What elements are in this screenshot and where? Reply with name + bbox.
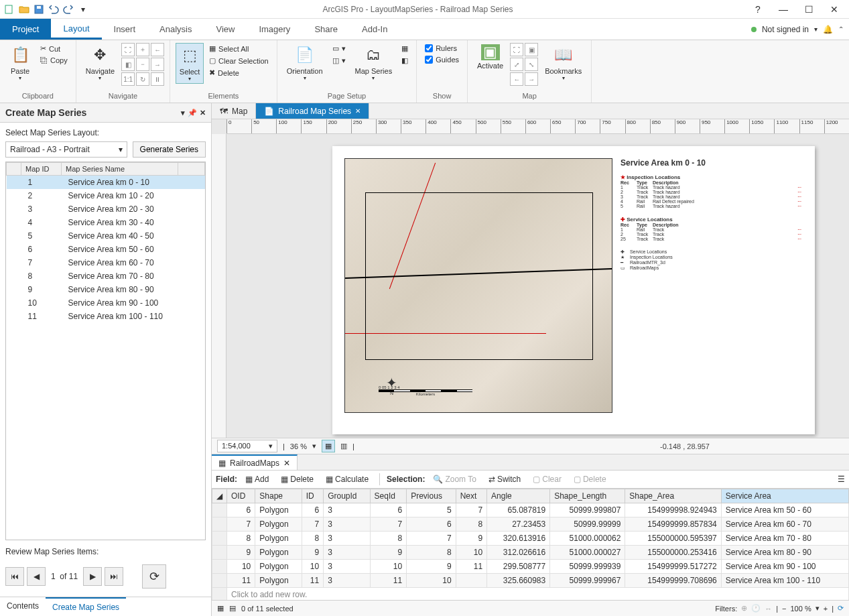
field-delete-button[interactable]: ▦Delete xyxy=(277,473,318,485)
extent-button[interactable]: ◫▾ xyxy=(330,55,348,66)
column-header[interactable]: Shape_Length xyxy=(550,489,625,503)
sel-clear-button[interactable]: ▢Clear xyxy=(529,473,566,485)
generate-series-button[interactable]: Generate Series xyxy=(133,141,206,158)
pane-menu-icon[interactable]: ▾ xyxy=(181,109,185,117)
notifications-icon[interactable]: 🔔 xyxy=(823,25,833,34)
table-row[interactable]: 10Polygon103 10911 299.50877750999.99993… xyxy=(212,560,849,574)
nav-last-button[interactable]: ⏭ xyxy=(105,567,123,586)
series-row[interactable]: 9Service Area km 80 - 90 xyxy=(7,283,205,296)
close-button[interactable]: ✕ xyxy=(822,1,846,17)
orientation-button[interactable]: 📄 Orientation ▾ xyxy=(283,43,327,82)
nav-prev-icon[interactable]: ← xyxy=(151,43,164,56)
bookmarks-button[interactable]: 📖 Bookmarks ▾ xyxy=(541,43,586,82)
table-row[interactable]: 7Polygon73 768 27.2345350999.99999154999… xyxy=(212,517,849,532)
view-mode-icon[interactable]: ▦ xyxy=(322,440,335,452)
table-tab-railroadmaps[interactable]: ▦ RailroadMaps ✕ xyxy=(212,454,298,470)
rulers-checkbox[interactable]: Rulers xyxy=(422,43,462,54)
cut-button[interactable]: ✂Cut xyxy=(38,43,70,54)
series-row[interactable]: 3Service Area km 20 - 30 xyxy=(7,202,205,216)
new-project-icon[interactable] xyxy=(3,3,16,16)
column-header[interactable]: Service Area xyxy=(721,489,848,503)
layout-canvas[interactable]: 0501001502002503003504004505005506006507… xyxy=(212,119,849,438)
tab-contents[interactable]: Contents xyxy=(0,597,46,616)
table-row[interactable]: 8Polygon83 879 320.61391651000.000062155… xyxy=(212,532,849,546)
tab-share[interactable]: Share xyxy=(302,19,350,40)
sel-switch-button[interactable]: ⇄Switch xyxy=(484,473,525,485)
tab-view[interactable]: View xyxy=(204,19,247,40)
attribute-table[interactable]: ◢OIDShapeIDGroupIdSeqIdPreviousNextAngle… xyxy=(212,489,849,600)
maximize-button[interactable]: ☐ xyxy=(797,1,821,17)
map-zoomsel-icon[interactable]: ▣ xyxy=(525,43,538,56)
clear-selection-button[interactable]: ▢Clear Selection xyxy=(206,55,271,66)
nav-next-icon[interactable]: → xyxy=(151,58,164,71)
tab-project[interactable]: Project xyxy=(0,19,51,40)
series-row[interactable]: 11Service Area km 100 - 110 xyxy=(7,310,205,323)
nav-fullextent-icon[interactable]: ⛶ xyxy=(121,43,135,56)
signin-label[interactable]: Not signed in xyxy=(762,25,809,34)
series-row[interactable]: 10Service Area km 90 - 100 xyxy=(7,296,205,310)
layout-page[interactable]: 0 05 1 2 3 4 Kilometers ✦N Service Area … xyxy=(332,146,815,434)
tab-imagery[interactable]: Imagery xyxy=(247,19,302,40)
nav-zoomsel-icon[interactable]: ◧ xyxy=(121,58,135,71)
table-menu-icon[interactable]: ☰ xyxy=(838,475,845,484)
tab-create-map-series[interactable]: Create Map Series xyxy=(46,597,126,616)
doc-tab-railroad[interactable]: 📄 Railroad Map Series ✕ xyxy=(256,103,369,119)
tab-addin[interactable]: Add-In xyxy=(350,19,399,40)
map-shrink-icon[interactable]: ⤡ xyxy=(525,58,538,71)
pane-pin-icon[interactable]: 📌 xyxy=(188,109,197,117)
delete-button[interactable]: ✖Delete xyxy=(206,67,271,78)
zoom-level[interactable]: 36 % xyxy=(290,442,307,450)
series-row[interactable]: 5Service Area km 40 - 50 xyxy=(7,229,205,243)
zoom-in-icon[interactable]: + xyxy=(824,605,828,613)
show-all-icon[interactable]: ▦ xyxy=(217,604,224,613)
grid-button[interactable]: ▦ xyxy=(399,43,411,54)
series-col-mapid[interactable]: Map ID xyxy=(21,163,62,176)
column-header[interactable]: Previous xyxy=(407,489,456,503)
column-header[interactable]: OID xyxy=(227,489,255,503)
zoom-out-icon[interactable]: − xyxy=(782,605,786,613)
nav-prev-button[interactable]: ◀ xyxy=(27,567,46,586)
column-header[interactable]: Shape xyxy=(255,489,302,503)
collapse-ribbon-icon[interactable]: ⌃ xyxy=(838,25,844,33)
nav-pause-icon[interactable]: ⏸ xyxy=(151,72,164,86)
sel-zoomto-button[interactable]: 🔍Zoom To xyxy=(429,473,480,485)
show-selected-icon[interactable]: ▤ xyxy=(229,604,236,613)
nav-1to1-icon[interactable]: 1:1 xyxy=(121,72,135,86)
table-row[interactable]: 11Polygon113 1110 325.66098350999.999967… xyxy=(212,574,849,588)
series-row[interactable]: 6Service Area km 50 - 60 xyxy=(7,243,205,256)
series-row[interactable]: 8Service Area km 70 - 80 xyxy=(7,269,205,283)
series-col-name[interactable]: Map Series Name xyxy=(62,163,178,176)
open-project-icon[interactable] xyxy=(17,3,31,16)
table-row[interactable]: 6Polygon63 657 65.08781950999.9998071549… xyxy=(212,503,849,517)
map-next-icon[interactable]: → xyxy=(525,72,538,86)
map-prev-icon[interactable]: ← xyxy=(510,72,523,86)
minimize-button[interactable]: — xyxy=(771,1,795,17)
field-add-button[interactable]: ▦Add xyxy=(241,473,273,485)
nav-first-button[interactable]: ⏮ xyxy=(5,567,24,586)
column-header[interactable]: Angle xyxy=(487,489,550,503)
field-calculate-button[interactable]: ▦Calculate xyxy=(322,473,373,485)
column-header[interactable]: SeqId xyxy=(370,489,407,503)
column-header[interactable]: Next xyxy=(456,489,486,503)
guides-checkbox[interactable]: Guides xyxy=(422,54,462,65)
series-table[interactable]: Map ID Map Series Name 1Service Area km … xyxy=(5,162,206,540)
select-all-button[interactable]: ▦Select All xyxy=(206,43,271,54)
export-button[interactable]: ⟳ xyxy=(142,564,166,589)
column-header[interactable]: GroupId xyxy=(324,489,370,503)
add-row[interactable]: Click to add new row. xyxy=(212,588,849,601)
paste-button[interactable]: 📋 Paste ▾ xyxy=(5,43,35,82)
table-row[interactable]: 9Polygon93 9810 312.02661651000.00002715… xyxy=(212,546,849,560)
refresh-table-icon[interactable]: ⟳ xyxy=(838,604,844,613)
undo-icon[interactable] xyxy=(47,3,60,16)
save-icon[interactable] xyxy=(32,3,46,16)
series-row[interactable]: 7Service Area km 60 - 70 xyxy=(7,256,205,269)
redo-icon[interactable] xyxy=(62,3,75,16)
size-button[interactable]: ▭▾ xyxy=(330,43,348,54)
nav-refresh-icon[interactable]: ↻ xyxy=(136,72,149,86)
sel-delete-button[interactable]: ▢Delete xyxy=(570,473,610,485)
filter-time-icon[interactable]: 🕐 xyxy=(751,604,761,613)
series-row[interactable]: 2Service Area km 10 - 20 xyxy=(7,189,205,202)
navigate-button[interactable]: ✥ Navigate ▾ xyxy=(82,43,119,82)
copy-button[interactable]: ⿻Copy xyxy=(38,55,70,66)
series-row[interactable]: 4Service Area km 30 - 40 xyxy=(7,216,205,229)
